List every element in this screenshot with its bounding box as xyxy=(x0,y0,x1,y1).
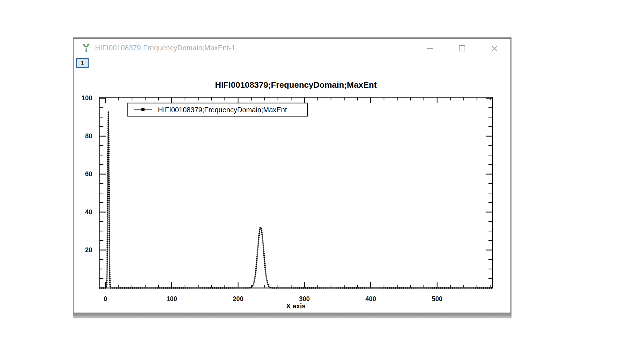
minimize-icon xyxy=(427,48,433,49)
page-number-badge[interactable]: 1 xyxy=(76,58,89,68)
svg-text:60: 60 xyxy=(85,170,92,178)
svg-text:HIFI00108379;FrequencyDomain;M: HIFI00108379;FrequencyDomain;MaxEnt xyxy=(158,106,287,114)
svg-text:200: 200 xyxy=(233,295,243,303)
svg-text:500: 500 xyxy=(432,295,442,303)
window-bottom-border xyxy=(73,313,512,318)
svg-text:HIFI00108379;FrequencyDomain;M: HIFI00108379;FrequencyDomain;MaxEnt xyxy=(215,80,377,89)
svg-text:100: 100 xyxy=(166,295,177,303)
maximize-icon xyxy=(459,45,465,51)
close-button[interactable] xyxy=(488,42,501,55)
screen: { "window": { "title": "HIFI00108379;Fre… xyxy=(0,0,644,362)
svg-text:40: 40 xyxy=(85,208,92,216)
close-icon xyxy=(491,45,498,52)
chart-canvas[interactable]: HIFI00108379;FrequencyDomain;MaxEnt01002… xyxy=(74,39,510,313)
maximize-button[interactable] xyxy=(456,42,468,55)
window-body: HIFI00108379;FrequencyDomain;MaxEnt01002… xyxy=(73,39,512,313)
svg-text:80: 80 xyxy=(85,132,92,140)
minimize-button[interactable] xyxy=(423,42,436,55)
svg-text:X axis: X axis xyxy=(286,302,306,310)
titlebar[interactable]: HIFI00108379;FrequencyDomain;MaxEnt-1 xyxy=(74,39,510,56)
svg-text:0: 0 xyxy=(104,295,107,303)
svg-text:300: 300 xyxy=(299,295,310,303)
window-title: HIFI00108379;FrequencyDomain;MaxEnt-1 xyxy=(95,39,235,56)
legend: HIFI00108379;FrequencyDomain;MaxEnt xyxy=(128,103,307,116)
svg-text:400: 400 xyxy=(365,295,376,303)
svg-text:20: 20 xyxy=(85,246,92,254)
sprout-icon xyxy=(82,42,90,54)
app-window: HIFI00108379;FrequencyDomain;MaxEnt01002… xyxy=(73,37,512,318)
svg-text:100: 100 xyxy=(82,94,92,102)
